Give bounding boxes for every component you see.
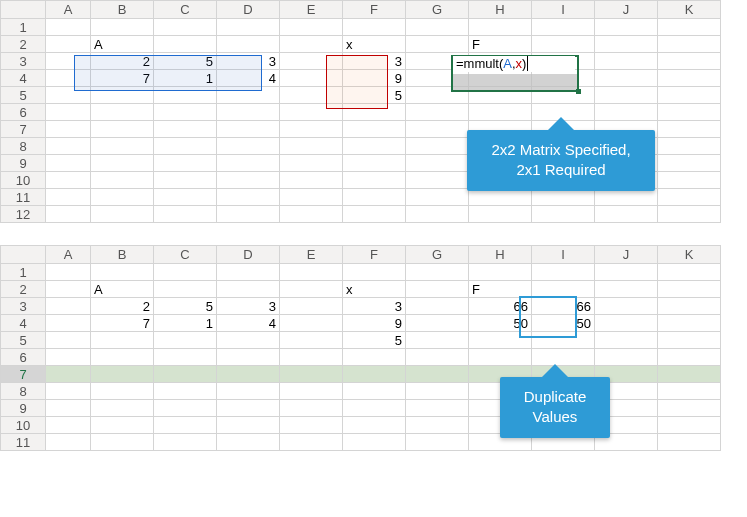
cell[interactable]: 5 xyxy=(154,298,217,315)
cell[interactable] xyxy=(406,417,469,434)
cell[interactable] xyxy=(217,87,280,104)
cell[interactable] xyxy=(658,53,721,70)
row-header[interactable]: 10 xyxy=(1,172,46,189)
cell[interactable] xyxy=(406,281,469,298)
cell[interactable] xyxy=(280,155,343,172)
col-header[interactable]: J xyxy=(595,1,658,19)
cell[interactable] xyxy=(280,36,343,53)
cell[interactable] xyxy=(280,434,343,451)
cell[interactable]: 3 xyxy=(217,53,280,70)
cell[interactable] xyxy=(91,206,154,223)
cell[interactable] xyxy=(280,417,343,434)
cell[interactable] xyxy=(532,36,595,53)
cell[interactable]: 1 xyxy=(154,315,217,332)
cell[interactable] xyxy=(469,19,532,36)
cell[interactable] xyxy=(595,298,658,315)
cell[interactable] xyxy=(217,138,280,155)
cell[interactable] xyxy=(280,53,343,70)
cell[interactable] xyxy=(406,383,469,400)
cell[interactable] xyxy=(280,298,343,315)
cell[interactable] xyxy=(406,400,469,417)
cell[interactable] xyxy=(406,104,469,121)
cell[interactable] xyxy=(658,70,721,87)
cell[interactable]: 3 xyxy=(343,53,406,70)
cell[interactable] xyxy=(595,19,658,36)
cell[interactable]: 50 xyxy=(469,315,532,332)
cell[interactable] xyxy=(532,264,595,281)
col-header[interactable]: G xyxy=(406,246,469,264)
row-header[interactable]: 11 xyxy=(1,189,46,206)
row-header[interactable]: 8 xyxy=(1,383,46,400)
cell[interactable] xyxy=(46,315,91,332)
cell[interactable] xyxy=(658,36,721,53)
cell[interactable] xyxy=(217,400,280,417)
cell[interactable] xyxy=(595,349,658,366)
cell[interactable] xyxy=(343,19,406,36)
cell[interactable] xyxy=(217,189,280,206)
cell[interactable] xyxy=(658,349,721,366)
formula-edit-input[interactable]: =mmult(A,x) xyxy=(453,56,575,72)
cell[interactable] xyxy=(217,417,280,434)
cell[interactable] xyxy=(280,19,343,36)
cell[interactable]: 66 xyxy=(469,298,532,315)
cell[interactable] xyxy=(595,36,658,53)
cell[interactable] xyxy=(46,400,91,417)
col-header[interactable]: B xyxy=(91,246,154,264)
cell[interactable] xyxy=(658,434,721,451)
cell[interactable] xyxy=(343,172,406,189)
cell[interactable]: 9 xyxy=(343,70,406,87)
cell[interactable] xyxy=(406,70,469,87)
cell[interactable] xyxy=(532,332,595,349)
row-header[interactable]: 3 xyxy=(1,53,46,70)
cell[interactable] xyxy=(217,155,280,172)
cell[interactable] xyxy=(406,36,469,53)
cell[interactable] xyxy=(280,206,343,223)
cell[interactable] xyxy=(658,155,721,172)
row-header[interactable]: 10 xyxy=(1,417,46,434)
cell[interactable] xyxy=(280,400,343,417)
select-all-corner[interactable] xyxy=(1,1,46,19)
cell[interactable] xyxy=(658,400,721,417)
cell[interactable] xyxy=(46,138,91,155)
cell[interactable] xyxy=(469,332,532,349)
row-header[interactable]: 6 xyxy=(1,104,46,121)
cell[interactable] xyxy=(91,104,154,121)
cell[interactable] xyxy=(91,138,154,155)
col-header[interactable]: F xyxy=(343,1,406,19)
cell[interactable] xyxy=(91,383,154,400)
row-header[interactable]: 4 xyxy=(1,315,46,332)
col-header[interactable]: E xyxy=(280,1,343,19)
cell[interactable] xyxy=(532,19,595,36)
row-header[interactable]: 9 xyxy=(1,400,46,417)
cell[interactable] xyxy=(217,36,280,53)
cell[interactable] xyxy=(154,332,217,349)
row-header[interactable]: 9 xyxy=(1,155,46,172)
cell[interactable] xyxy=(280,332,343,349)
col-header[interactable]: F xyxy=(343,246,406,264)
cell[interactable] xyxy=(91,434,154,451)
cell[interactable]: 5 xyxy=(154,53,217,70)
cell[interactable]: 2 xyxy=(91,53,154,70)
cell[interactable] xyxy=(280,104,343,121)
cell[interactable] xyxy=(343,366,406,383)
row-header[interactable]: 2 xyxy=(1,36,46,53)
cell[interactable] xyxy=(343,206,406,223)
cell[interactable] xyxy=(154,383,217,400)
cell[interactable] xyxy=(46,383,91,400)
col-header[interactable]: C xyxy=(154,1,217,19)
row-header[interactable]: 1 xyxy=(1,264,46,281)
cell[interactable] xyxy=(658,366,721,383)
label-A[interactable]: A xyxy=(91,281,154,298)
cell[interactable] xyxy=(532,349,595,366)
cell[interactable] xyxy=(343,434,406,451)
cell[interactable] xyxy=(658,87,721,104)
cell[interactable] xyxy=(343,121,406,138)
row-header[interactable]: 1 xyxy=(1,19,46,36)
cell[interactable] xyxy=(46,264,91,281)
col-header[interactable]: J xyxy=(595,246,658,264)
col-header[interactable]: K xyxy=(658,1,721,19)
cell[interactable] xyxy=(406,138,469,155)
col-header[interactable]: I xyxy=(532,246,595,264)
col-header[interactable]: B xyxy=(91,1,154,19)
cell[interactable] xyxy=(154,417,217,434)
